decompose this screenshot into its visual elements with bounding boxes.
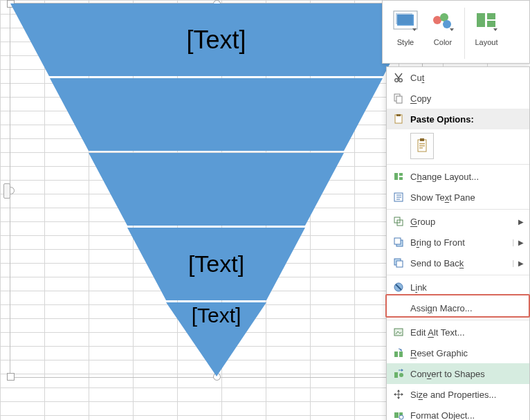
- svg-marker-55: [401, 393, 403, 396]
- funnel-text-5[interactable]: [Text]: [192, 304, 241, 327]
- copy-icon: [393, 93, 404, 104]
- split-divider: |: [512, 259, 514, 267]
- menu-item-group[interactable]: Group ▶: [387, 211, 529, 232]
- smartart-selection-frame[interactable]: [Text] [Text] [Text]: [10, 3, 423, 378]
- funnel-segment-1[interactable]: [Text]: [10, 3, 422, 76]
- mini-toolbar-color-label: Color: [434, 38, 452, 46]
- app-canvas: [Text] [Text] [Text] Style Color Layout: [0, 0, 530, 420]
- menu-item-convert-to-shapes[interactable]: Convert to Shapes: [387, 363, 529, 384]
- svg-rect-26: [419, 145, 425, 147]
- funnel-text-4[interactable]: [Text]: [188, 250, 244, 277]
- cut-icon: [393, 72, 404, 83]
- svg-marker-2: [89, 153, 344, 226]
- menu-item-assign-macro[interactable]: Assign Macro...: [387, 298, 529, 318]
- svg-marker-52: [397, 390, 400, 392]
- menu-item-edit-alt-text[interactable]: Edit Alt Text...: [387, 322, 529, 343]
- submenu-arrow-icon: ▶: [518, 259, 524, 267]
- mini-toolbar-color[interactable]: Color: [424, 3, 462, 63]
- menu-item-send-to-back[interactable]: Send to Back | ▶: [387, 253, 529, 273]
- menu-item-cut[interactable]: Cut: [387, 67, 529, 88]
- funnel-segment-2[interactable]: [10, 78, 422, 151]
- menu-separator: [387, 164, 529, 165]
- svg-rect-43: [394, 351, 398, 357]
- svg-rect-25: [419, 143, 425, 145]
- size-icon: [393, 389, 404, 400]
- svg-rect-20: [396, 96, 402, 103]
- menu-item-show-text-pane[interactable]: Show Text Pane: [387, 187, 529, 208]
- svg-marker-12: [450, 28, 454, 31]
- svg-rect-28: [394, 173, 398, 180]
- text-pane-icon: [393, 192, 404, 203]
- svg-rect-7: [396, 13, 412, 24]
- svg-marker-16: [493, 28, 497, 31]
- svg-marker-49: [401, 369, 403, 372]
- group-icon: [393, 216, 404, 227]
- svg-rect-46: [394, 372, 398, 378]
- menu-item-paste-options: Paste Options:: [387, 109, 529, 129]
- clipboard-icon: [416, 138, 428, 154]
- svg-rect-15: [487, 21, 495, 27]
- svg-rect-13: [477, 13, 485, 27]
- convert-shapes-icon: [393, 368, 404, 379]
- paste-icon: [393, 113, 404, 125]
- text-pane-toggle[interactable]: [3, 183, 10, 199]
- svg-rect-27: [419, 147, 423, 149]
- send-to-back-icon: [393, 257, 404, 268]
- svg-rect-40: [396, 261, 403, 267]
- paste-option-keep-source[interactable]: [410, 133, 434, 159]
- reset-icon: [393, 347, 404, 358]
- menu-item-reset-graphic[interactable]: Reset Graphic: [387, 343, 529, 363]
- mini-toolbar: Style Color Layout: [382, 0, 530, 64]
- menu-separator: [387, 209, 529, 210]
- menu-item-change-layout[interactable]: Change Layout...: [387, 166, 529, 187]
- svg-rect-44: [399, 351, 403, 357]
- mini-toolbar-layout[interactable]: Layout: [468, 3, 505, 63]
- svg-point-18: [399, 79, 403, 82]
- svg-marker-54: [394, 393, 396, 396]
- layout-icon: [474, 10, 499, 33]
- mini-toolbar-separator: [464, 8, 465, 59]
- menu-item-link[interactable]: Link: [387, 277, 529, 298]
- menu-separator: [387, 320, 529, 320]
- format-icon: [393, 410, 404, 420]
- link-icon: [393, 282, 404, 293]
- color-icon: [430, 10, 455, 33]
- funnel-text-1[interactable]: [Text]: [186, 26, 246, 55]
- menu-separator: [387, 275, 529, 275]
- svg-rect-29: [399, 173, 403, 176]
- svg-rect-56: [394, 412, 399, 418]
- mini-toolbar-style[interactable]: Style: [387, 3, 424, 63]
- svg-marker-1: [50, 78, 383, 151]
- svg-point-47: [399, 373, 403, 377]
- funnel-segment-4[interactable]: [Text]: [10, 228, 422, 300]
- svg-point-11: [443, 20, 451, 28]
- style-icon: [393, 10, 418, 33]
- svg-marker-8: [412, 28, 417, 31]
- submenu-arrow-icon: ▶: [518, 218, 524, 226]
- svg-rect-14: [487, 13, 495, 19]
- svg-point-17: [395, 79, 399, 82]
- alt-text-icon: [393, 327, 404, 338]
- paste-options-row: [387, 129, 529, 163]
- paste-options-label: Paste Options:: [410, 114, 529, 125]
- menu-item-copy[interactable]: Copy: [387, 88, 529, 109]
- svg-point-58: [399, 415, 403, 419]
- mini-toolbar-style-label: Style: [397, 38, 414, 46]
- svg-rect-22: [396, 114, 401, 116]
- bring-to-front-icon: [393, 237, 404, 248]
- split-divider: |: [512, 239, 514, 246]
- menu-item-size-and-properties[interactable]: Size and Properties...: [387, 384, 529, 405]
- svg-rect-30: [399, 177, 403, 180]
- funnel-segment-5[interactable]: [Text]: [10, 302, 422, 376]
- funnel-segment-3[interactable]: [10, 153, 422, 226]
- submenu-arrow-icon: ▶: [518, 239, 524, 246]
- mini-toolbar-layout-label: Layout: [475, 38, 497, 46]
- svg-rect-38: [394, 238, 401, 244]
- menu-item-bring-to-front[interactable]: Bring to Front | ▶: [387, 232, 529, 253]
- change-layout-icon: [393, 171, 404, 182]
- svg-marker-53: [397, 397, 400, 399]
- svg-rect-24: [420, 138, 424, 141]
- context-menu: Cut Copy Paste Options: Change Layout...…: [386, 66, 530, 420]
- menu-item-format-object[interactable]: Format Object...: [387, 405, 529, 420]
